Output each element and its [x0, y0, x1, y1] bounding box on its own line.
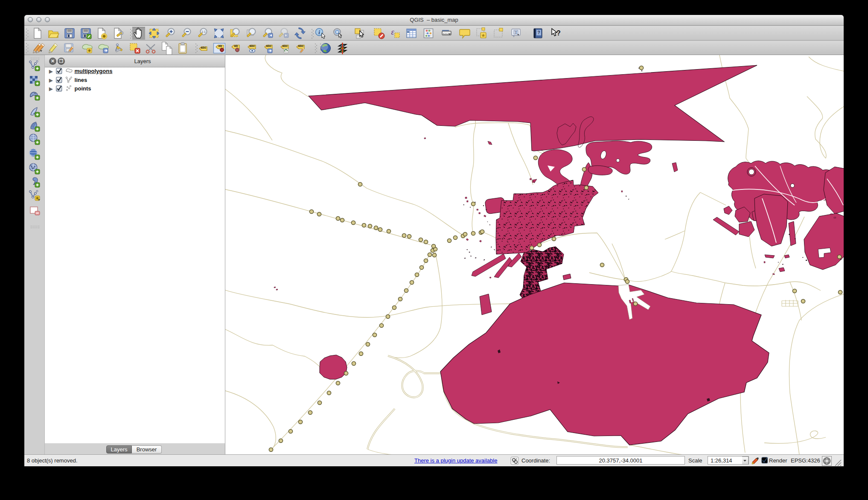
svg-text:ε: ε	[391, 28, 394, 36]
svg-text:1:1: 1:1	[201, 30, 206, 33]
svg-text:abc: abc	[266, 44, 272, 48]
svg-text:?: ?	[556, 29, 561, 37]
svg-text:i: i	[318, 29, 320, 35]
svg-text:abc: abc	[201, 46, 207, 49]
svg-text:abc: abc	[298, 44, 304, 48]
svg-text:ab: ab	[234, 44, 238, 48]
svg-text:abc: abc	[283, 44, 288, 48]
svg-text:ab: ab	[218, 44, 222, 48]
svg-text:?: ?	[537, 30, 540, 35]
svg-text:abc: abc	[250, 44, 255, 48]
svg-text:T: T	[515, 30, 517, 35]
